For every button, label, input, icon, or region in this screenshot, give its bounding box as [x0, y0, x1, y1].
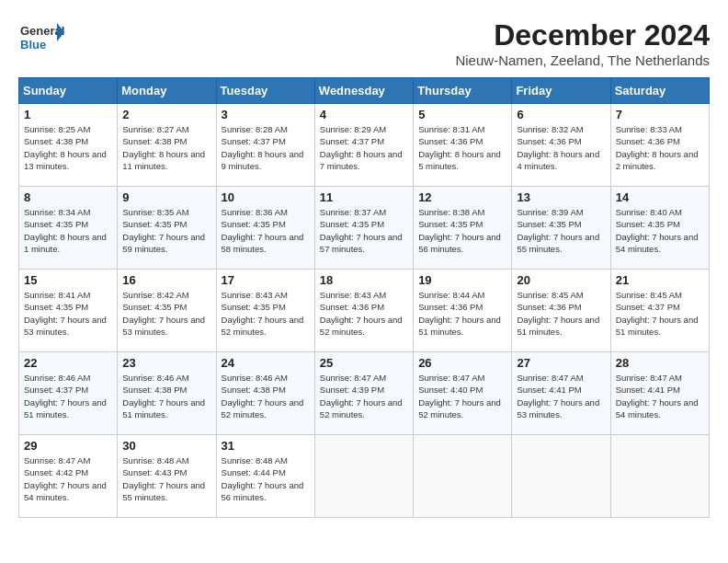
- day-info: Sunrise: 8:44 AMSunset: 4:36 PMDaylight:…: [418, 289, 506, 338]
- day-info: Sunrise: 8:38 AMSunset: 4:35 PMDaylight:…: [418, 206, 506, 255]
- table-row: 28Sunrise: 8:47 AMSunset: 4:41 PMDayligh…: [610, 352, 709, 435]
- day-number: 9: [122, 190, 210, 204]
- table-row: 4Sunrise: 8:29 AMSunset: 4:37 PMDaylight…: [314, 104, 413, 187]
- day-info: Sunrise: 8:47 AMSunset: 4:41 PMDaylight:…: [517, 372, 605, 420]
- day-number: 26: [418, 356, 506, 370]
- day-info: Sunrise: 8:45 AMSunset: 4:36 PMDaylight:…: [517, 289, 605, 338]
- calendar-week-row: 8Sunrise: 8:34 AMSunset: 4:35 PMDaylight…: [19, 187, 710, 270]
- day-info: Sunrise: 8:48 AMSunset: 4:44 PMDaylight:…: [222, 454, 310, 503]
- day-number: 18: [320, 273, 408, 287]
- day-info: Sunrise: 8:31 AMSunset: 4:36 PMDaylight:…: [418, 123, 506, 172]
- calendar-header-sunday: Sunday: [19, 78, 118, 104]
- day-info: Sunrise: 8:45 AMSunset: 4:37 PMDaylight:…: [616, 289, 704, 338]
- table-row: 22Sunrise: 8:46 AMSunset: 4:37 PMDayligh…: [19, 352, 118, 435]
- day-info: Sunrise: 8:33 AMSunset: 4:36 PMDaylight:…: [616, 123, 704, 172]
- table-row: [314, 435, 413, 518]
- table-row: 15Sunrise: 8:41 AMSunset: 4:35 PMDayligh…: [19, 270, 118, 352]
- table-row: 17Sunrise: 8:43 AMSunset: 4:35 PMDayligh…: [216, 270, 314, 352]
- table-row: 12Sunrise: 8:38 AMSunset: 4:35 PMDayligh…: [414, 187, 512, 270]
- table-row: 5Sunrise: 8:31 AMSunset: 4:36 PMDaylight…: [414, 104, 512, 187]
- day-info: Sunrise: 8:42 AMSunset: 4:35 PMDaylight:…: [122, 289, 210, 338]
- day-info: Sunrise: 8:46 AMSunset: 4:38 PMDaylight:…: [122, 372, 210, 420]
- table-row: 10Sunrise: 8:36 AMSunset: 4:35 PMDayligh…: [216, 187, 314, 270]
- table-row: 11Sunrise: 8:37 AMSunset: 4:35 PMDayligh…: [314, 187, 413, 270]
- day-number: 28: [616, 356, 704, 370]
- day-info: Sunrise: 8:47 AMSunset: 4:39 PMDaylight:…: [320, 372, 408, 420]
- day-info: Sunrise: 8:40 AMSunset: 4:35 PMDaylight:…: [616, 206, 704, 255]
- day-number: 16: [122, 273, 210, 287]
- day-info: Sunrise: 8:37 AMSunset: 4:35 PMDaylight:…: [320, 206, 408, 255]
- main-title: December 2024: [455, 18, 710, 52]
- table-row: 18Sunrise: 8:43 AMSunset: 4:36 PMDayligh…: [314, 270, 413, 352]
- table-row: 2Sunrise: 8:27 AMSunset: 4:38 PMDaylight…: [118, 104, 216, 187]
- day-number: 3: [222, 108, 310, 121]
- table-row: 6Sunrise: 8:32 AMSunset: 4:36 PMDaylight…: [512, 104, 610, 187]
- day-number: 5: [418, 108, 506, 121]
- calendar-week-row: 22Sunrise: 8:46 AMSunset: 4:37 PMDayligh…: [19, 352, 710, 435]
- table-row: 9Sunrise: 8:35 AMSunset: 4:35 PMDaylight…: [118, 187, 216, 270]
- day-info: Sunrise: 8:35 AMSunset: 4:35 PMDaylight:…: [122, 206, 210, 255]
- table-row: 30Sunrise: 8:48 AMSunset: 4:43 PMDayligh…: [118, 435, 216, 518]
- table-row: 13Sunrise: 8:39 AMSunset: 4:35 PMDayligh…: [512, 187, 610, 270]
- day-number: 20: [517, 273, 605, 287]
- table-row: 26Sunrise: 8:47 AMSunset: 4:40 PMDayligh…: [414, 352, 512, 435]
- day-number: 27: [517, 356, 605, 370]
- day-number: 25: [320, 356, 408, 370]
- day-number: 2: [122, 108, 210, 121]
- table-row: [414, 435, 512, 518]
- table-row: [610, 435, 709, 518]
- day-number: 24: [222, 356, 310, 370]
- day-number: 31: [222, 439, 310, 453]
- day-info: Sunrise: 8:27 AMSunset: 4:38 PMDaylight:…: [122, 123, 210, 172]
- table-row: 24Sunrise: 8:46 AMSunset: 4:38 PMDayligh…: [216, 352, 314, 435]
- day-number: 1: [24, 108, 112, 121]
- calendar-header-wednesday: Wednesday: [314, 78, 413, 104]
- day-number: 30: [122, 439, 210, 453]
- day-number: 15: [24, 273, 112, 287]
- table-row: 29Sunrise: 8:47 AMSunset: 4:42 PMDayligh…: [19, 435, 118, 518]
- table-row: 8Sunrise: 8:34 AMSunset: 4:35 PMDaylight…: [19, 187, 118, 270]
- calendar-table: SundayMondayTuesdayWednesdayThursdayFrid…: [18, 77, 710, 518]
- day-number: 12: [418, 190, 506, 204]
- day-number: 11: [320, 190, 408, 204]
- day-info: Sunrise: 8:36 AMSunset: 4:35 PMDaylight:…: [222, 206, 310, 255]
- calendar-header-tuesday: Tuesday: [216, 78, 314, 104]
- logo: General Blue: [18, 18, 68, 55]
- day-number: 19: [418, 273, 506, 287]
- table-row: 3Sunrise: 8:28 AMSunset: 4:37 PMDaylight…: [216, 104, 314, 187]
- day-number: 21: [616, 273, 704, 287]
- day-info: Sunrise: 8:43 AMSunset: 4:36 PMDaylight:…: [320, 289, 408, 338]
- day-number: 29: [24, 439, 112, 453]
- day-info: Sunrise: 8:34 AMSunset: 4:35 PMDaylight:…: [24, 206, 112, 255]
- title-section: December 2024 Nieuw-Namen, Zeeland, The …: [455, 18, 710, 68]
- day-info: Sunrise: 8:32 AMSunset: 4:36 PMDaylight:…: [517, 123, 605, 172]
- day-info: Sunrise: 8:47 AMSunset: 4:41 PMDaylight:…: [616, 372, 704, 420]
- day-number: 4: [320, 108, 408, 121]
- table-row: 20Sunrise: 8:45 AMSunset: 4:36 PMDayligh…: [512, 270, 610, 352]
- calendar-header-friday: Friday: [512, 78, 610, 104]
- day-info: Sunrise: 8:25 AMSunset: 4:38 PMDaylight:…: [24, 123, 112, 172]
- day-number: 14: [616, 190, 704, 204]
- calendar-week-row: 1Sunrise: 8:25 AMSunset: 4:38 PMDaylight…: [19, 104, 710, 187]
- day-number: 10: [222, 190, 310, 204]
- day-number: 7: [616, 108, 704, 121]
- svg-text:Blue: Blue: [20, 38, 46, 52]
- day-info: Sunrise: 8:47 AMSunset: 4:40 PMDaylight:…: [418, 372, 506, 420]
- table-row: 31Sunrise: 8:48 AMSunset: 4:44 PMDayligh…: [216, 435, 314, 518]
- day-info: Sunrise: 8:28 AMSunset: 4:37 PMDaylight:…: [222, 123, 310, 172]
- day-number: 8: [24, 190, 112, 204]
- day-info: Sunrise: 8:46 AMSunset: 4:38 PMDaylight:…: [222, 372, 310, 420]
- day-info: Sunrise: 8:29 AMSunset: 4:37 PMDaylight:…: [320, 123, 408, 172]
- calendar-header-row: SundayMondayTuesdayWednesdayThursdayFrid…: [19, 78, 710, 104]
- calendar-header-monday: Monday: [118, 78, 216, 104]
- day-info: Sunrise: 8:47 AMSunset: 4:42 PMDaylight:…: [24, 454, 112, 503]
- day-number: 6: [517, 108, 605, 121]
- table-row: 14Sunrise: 8:40 AMSunset: 4:35 PMDayligh…: [610, 187, 709, 270]
- table-row: 21Sunrise: 8:45 AMSunset: 4:37 PMDayligh…: [610, 270, 709, 352]
- table-row: 23Sunrise: 8:46 AMSunset: 4:38 PMDayligh…: [118, 352, 216, 435]
- day-number: 17: [222, 273, 310, 287]
- table-row: 1Sunrise: 8:25 AMSunset: 4:38 PMDaylight…: [19, 104, 118, 187]
- day-info: Sunrise: 8:46 AMSunset: 4:37 PMDaylight:…: [24, 372, 112, 420]
- day-number: 23: [122, 356, 210, 370]
- calendar-week-row: 15Sunrise: 8:41 AMSunset: 4:35 PMDayligh…: [19, 270, 710, 352]
